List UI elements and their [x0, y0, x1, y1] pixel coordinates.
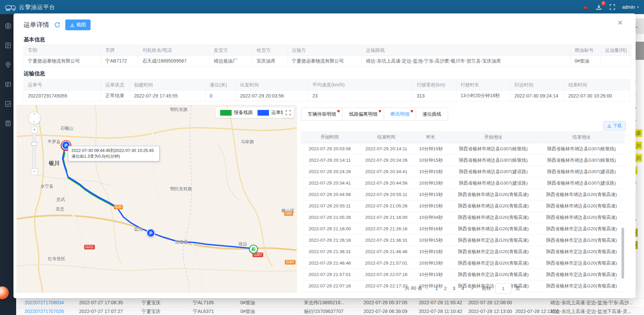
table-cell: 0#柴油 [571, 56, 601, 67]
column-header: 运单号 [24, 80, 101, 90]
alarm-siren-icon[interactable] [582, 3, 589, 11]
table-cell: 陕西省榆林市靖边县G20(青银高速) [539, 189, 624, 200]
table-cell: 宋志伟/13895218... [304, 299, 344, 307]
column-header: 运输路线 [362, 45, 571, 56]
fullscreen-icon[interactable] [609, 3, 616, 11]
table-cell: 陕西省榆林市定边县G20(青银高速) [539, 223, 624, 235]
table-cell: 0 [206, 90, 236, 102]
page-number-3[interactable]: 3 [450, 285, 459, 292]
route-map[interactable]: 石嘴山平罗县鄂托克旗乌审旗银川永宁县鄂托克前旗灵武吴忠横山区定边县红寺堡区靖边盐… [16, 105, 297, 293]
table-row: 2022-07-29 21:05:262022-07-29 21:16:0010… [301, 212, 624, 223]
table-cell: 陕西省榆林市靖边县G307(岐银线) [448, 155, 539, 166]
table-cell: 陕西省榆林市靖边县G307(建设路) [539, 178, 624, 189]
table-cell: 313 [413, 90, 456, 102]
table-cell: 宁夏宝庆 [142, 299, 161, 307]
map-label: 永宁县 [40, 183, 54, 189]
table-cell: 2022-07-29 20:24:26 [359, 155, 414, 166]
column-header: 到达时间 [510, 80, 564, 90]
prev-page-button[interactable]: ‹ [425, 285, 429, 291]
table-cell: 10分钟15秒 [414, 189, 448, 200]
next-page-button[interactable]: › [470, 285, 474, 291]
waybill-link[interactable]: 202207271707026 [25, 307, 64, 315]
page-number-2[interactable]: 2 [441, 285, 450, 292]
parking-marker-mid[interactable]: P [146, 229, 155, 237]
column-header: 司机姓名/电话 [138, 45, 210, 56]
map-label: 吴忠 [56, 206, 64, 212]
column-header: 出发时间 [236, 80, 308, 90]
table-cell: 2022-07-30 09:24:14 [510, 90, 564, 102]
table-cell: 靖边-东坑上高速-定边-盐池下高速-灵... [550, 307, 631, 315]
table-cell: 陕西省榆林市靖边县G20(青银高速) [448, 212, 539, 223]
table-cell: 10分钟15秒 [414, 178, 448, 189]
waybill-link[interactable]: 202207271708034 [25, 299, 64, 307]
legend-item: 报备线路 [220, 110, 253, 116]
map-tooltip: 2022-07-30 09:44:45到2022-07-30 10:25:45 … [68, 146, 160, 161]
zoom-in-button[interactable]: + [31, 127, 38, 133]
table-cell: 陕西省榆林市定边县G20(青银高速) [539, 269, 624, 280]
table-cell: 2022-07-29 20:03:56 [236, 90, 308, 102]
map-pan-control[interactable]: ˄˅‹› [28, 112, 41, 124]
page-number-1[interactable]: 1 [432, 285, 441, 292]
background-table-row: 2022072717080342022-07-27 17:08:35宁夏宝庆宁A… [0, 299, 644, 307]
table-scrollbar[interactable] [621, 228, 624, 279]
table-cell [601, 56, 631, 67]
legend-swatch [258, 110, 269, 116]
table-cell: 宁AB7172 [101, 56, 138, 67]
table-cell: 靖边-东坑上高速-定边-盐池-宁东-高沙窝-银川市-贺兰县-宝庆油库 [362, 56, 571, 67]
column-header: 结束时间 [564, 80, 630, 90]
table-cell: 宁夏宝庆 [142, 307, 161, 315]
column-header: 运输方 [288, 45, 362, 56]
table-cell: 2022-07-29 17:45:55 [130, 90, 206, 102]
table-cell: 2022-07-27 17:08:35 [79, 299, 123, 307]
close-icon[interactable]: × [618, 18, 623, 27]
table-cell: 宁AL7105 [193, 299, 214, 307]
table-row: 2022-07-29 21:57:012022-07-29 22:07:1610… [301, 269, 624, 280]
user-menu[interactable]: admin ▼ [622, 4, 639, 10]
table-cell: 0#柴油 [240, 299, 255, 307]
table-cell: 2022-07-28 06:39:09 [364, 307, 407, 315]
tab-线路偏离明细[interactable]: 线路偏离明细 [343, 108, 384, 120]
download-button-label: 下载 [613, 123, 622, 129]
screenshot-button-label: 截图 [76, 22, 86, 28]
map-fullscreen-icon[interactable] [283, 107, 294, 118]
table-cell: 石天成/18895099567 [138, 56, 210, 67]
zoom-out-button[interactable]: − [31, 168, 38, 175]
table-cell: 2022-07-29 20:44:56 [359, 178, 414, 189]
table-cell: 2022-07-29 21:05:26 [301, 212, 359, 223]
map-label: 靖边 [238, 241, 247, 247]
start-marker[interactable]: 起 [249, 245, 258, 253]
refresh-icon[interactable] [54, 22, 61, 28]
table-cell: 2022-07-29 21:26:16 [301, 235, 359, 246]
table-cell: 陕西省榆林市靖边县G20(青银高速) [448, 223, 539, 235]
map-zoom-slider[interactable]: + − [31, 127, 37, 175]
map-label: 灵武 [56, 197, 65, 203]
table-cell: 陕西省榆林市靖边县G307(建设路) [448, 166, 539, 178]
page-number-4[interactable]: 4 [459, 285, 467, 292]
table-cell: 陕西省榆林市靖边县G307(岐银线) [539, 143, 624, 155]
screenshot-button[interactable]: 截图 [65, 19, 91, 30]
column-header: 结束时间 [359, 131, 414, 143]
zoom-handle[interactable] [31, 142, 37, 146]
tab-断讯明细[interactable]: 断讯明细 [384, 108, 416, 120]
table-cell: 陕西省榆林市靖边县G307(岐银线) [539, 155, 624, 166]
goto-page-input[interactable] [495, 283, 511, 293]
table-cell: 13小时20分钟18秒 [456, 90, 510, 102]
table-cell: 10分钟34秒 [414, 212, 448, 223]
column-header: 运油量(吨) [601, 45, 631, 56]
table-cell: 陕西省榆林市靖边县G307(建设路) [448, 178, 539, 189]
tooltip-level-change: 液位由1.3变为0.0(41分钟) [71, 154, 156, 159]
download-tray-icon[interactable]: 0 [595, 3, 603, 11]
tab-液位曲线[interactable]: 液位曲线 [416, 108, 448, 120]
table-cell: 陕西省榆林市靖边县G20(青银高速) [539, 200, 624, 212]
map-label: 红寺堡区 [48, 256, 65, 262]
table-cell: 陕西省榆林市定边县G20(青银高速) [539, 258, 624, 269]
table-row: 宁夏德远泰物流有限公司宁AB7172石天成/18895099567靖边炼油厂宝庆… [24, 56, 631, 67]
table-cell: 2022-07-29 21:36:31 [301, 246, 359, 258]
table-cell: 陕西省榆林市定边县G20(青银高速) [448, 235, 539, 246]
table-header-row: 开始时间结束时间时长开始地址结束地址 [301, 131, 624, 143]
zoom-track[interactable] [32, 133, 36, 168]
table-cell: 10分钟15秒 [414, 143, 448, 155]
download-button[interactable]: 下载 [603, 121, 626, 130]
tab-车辆停靠明细[interactable]: 车辆停靠明细 [301, 108, 343, 120]
column-header: 开始地址 [448, 131, 539, 143]
